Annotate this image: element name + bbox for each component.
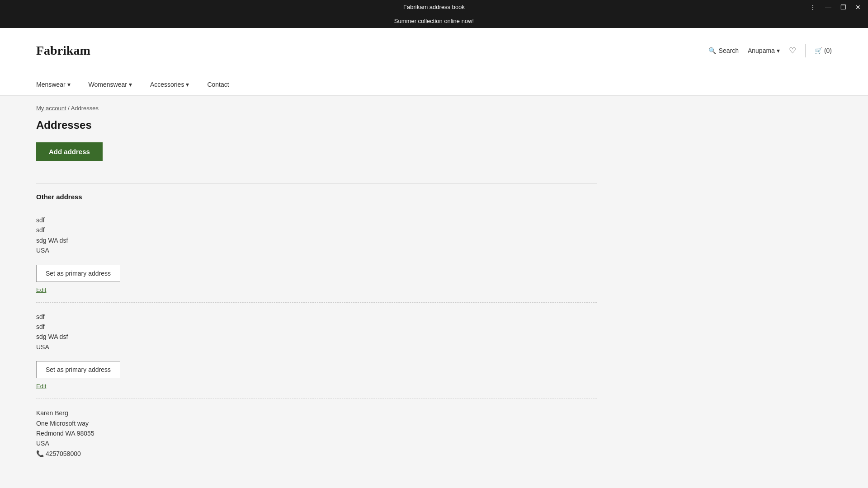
nav-accessories-label: Accessories [150, 81, 184, 88]
address-line: Karen Berg [36, 408, 597, 418]
search-label: Search [719, 47, 739, 54]
nav-womenswear[interactable]: Womenswear ▾ [89, 81, 132, 88]
chevron-down-icon: ▾ [67, 81, 71, 88]
address-line: USA [36, 245, 597, 255]
cart-button[interactable]: 🛒 (0) [815, 47, 832, 54]
top-bar: Fabrikam address book ⋮ — ❒ ✕ [0, 0, 868, 14]
set-primary-label-1: Set as primary address [46, 270, 111, 277]
logo[interactable]: Fabrikam [36, 43, 90, 58]
address-block-3: Karen Berg One Microsoft way Redmond WA … [36, 408, 597, 459]
header-divider [805, 44, 806, 57]
address-line: sdf [36, 215, 597, 225]
set-primary-button-1[interactable]: Set as primary address [36, 265, 120, 282]
window-title: Fabrikam address book [403, 4, 465, 10]
minimize-button[interactable]: — [822, 3, 834, 12]
announcement-text: Summer collection online now! [394, 18, 474, 24]
address-block-1: sdf sdf sdg WA dsf USA [36, 215, 597, 256]
address-phone: 📞 4257058000 [36, 449, 597, 459]
more-button[interactable]: ⋮ [807, 3, 819, 12]
address-line: Redmond WA 98055 [36, 428, 597, 438]
nav-contact[interactable]: Contact [207, 81, 229, 88]
address-line: sdg WA dsf [36, 235, 597, 245]
wishlist-button[interactable]: ♡ [789, 46, 796, 56]
header-actions: 🔍 Search Anupama ▾ ♡ 🛒 (0) [708, 44, 832, 57]
nav-contact-label: Contact [207, 81, 229, 88]
chevron-down-icon: ▾ [129, 81, 132, 88]
nav-womenswear-label: Womenswear [89, 81, 127, 88]
address-block-2: sdf sdf sdg WA dsf USA [36, 312, 597, 352]
address-entry-3: Karen Berg One Microsoft way Redmond WA … [36, 399, 597, 471]
add-address-button[interactable]: Add address [36, 142, 103, 161]
main-content: My account / Addresses Addresses Add add… [0, 96, 633, 488]
address-line: sdf [36, 312, 597, 322]
user-menu-button[interactable]: Anupama ▾ [748, 47, 780, 54]
chevron-down-icon: ▾ [777, 47, 780, 54]
section-divider-top [36, 183, 597, 184]
breadcrumb-parent[interactable]: My account [36, 105, 66, 112]
main-nav: Menswear ▾ Womenswear ▾ Accessories ▾ Co… [0, 73, 868, 96]
restore-button[interactable]: ❒ [838, 3, 849, 12]
heart-icon: ♡ [789, 46, 796, 55]
edit-link-1[interactable]: Edit [36, 286, 46, 293]
page-title: Addresses [36, 119, 597, 131]
user-name: Anupama [748, 47, 775, 54]
header: Fabrikam 🔍 Search Anupama ▾ ♡ 🛒 (0) [0, 28, 868, 73]
address-line: sdf [36, 322, 597, 332]
address-entry-2: sdf sdf sdg WA dsf USA Set as primary ad… [36, 303, 597, 399]
nav-accessories[interactable]: Accessories ▾ [150, 81, 189, 88]
edit-link-2[interactable]: Edit [36, 383, 46, 389]
address-line: sdg WA dsf [36, 332, 597, 342]
window-controls: ⋮ — ❒ ✕ [807, 3, 863, 12]
close-button[interactable]: ✕ [853, 3, 863, 12]
set-primary-label-2: Set as primary address [46, 366, 111, 373]
address-line: USA [36, 342, 597, 352]
section-title: Other address [36, 193, 597, 201]
address-line: USA [36, 438, 597, 448]
phone-number: 4257058000 [46, 450, 81, 457]
address-line: One Microsoft way [36, 418, 597, 428]
set-primary-button-2[interactable]: Set as primary address [36, 361, 120, 378]
chevron-down-icon: ▾ [186, 81, 189, 88]
search-icon: 🔍 [708, 47, 716, 54]
breadcrumb: My account / Addresses [36, 105, 597, 112]
phone-icon: 📞 [36, 450, 44, 457]
nav-menswear[interactable]: Menswear ▾ [36, 81, 71, 88]
nav-menswear-label: Menswear [36, 81, 66, 88]
cart-count: (0) [824, 47, 832, 54]
address-entry-1: sdf sdf sdg WA dsf USA Set as primary ad… [36, 206, 597, 303]
cart-icon: 🛒 [815, 47, 822, 54]
breadcrumb-current: Addresses [71, 105, 99, 112]
announcement-bar: Summer collection online now! [0, 14, 868, 28]
search-button[interactable]: 🔍 Search [708, 47, 739, 54]
address-line: sdf [36, 225, 597, 235]
